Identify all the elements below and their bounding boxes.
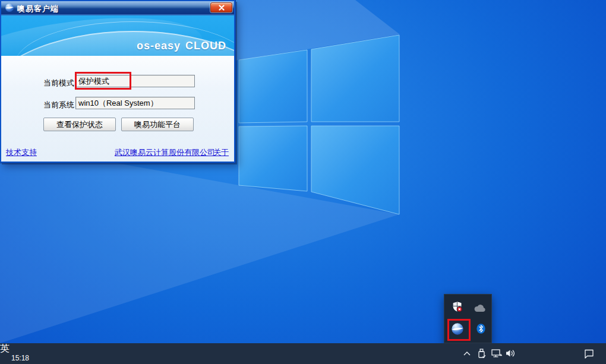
volume-button[interactable] [504, 347, 516, 359]
current-mode-label: 当前模式 [43, 78, 74, 88]
action-center-button[interactable] [583, 348, 595, 359]
windows-pane-top-right [311, 35, 399, 122]
windows-defender-tray-icon[interactable] [450, 300, 463, 313]
tech-support-link[interactable]: 技术支持 [6, 147, 37, 158]
window-titlebar[interactable]: 噢易客户端 [1, 1, 234, 14]
dialog-body: 当前模式 保护模式 当前系统 win10（Real System） 查看保护状态… [1, 56, 234, 162]
oseasy-app-icon [5, 3, 14, 12]
brand-logo-primary: os-easy [137, 40, 181, 52]
company-link[interactable]: 武汉噢易云计算股份有限公司 [115, 147, 215, 158]
onedrive-tray-icon[interactable] [474, 302, 487, 315]
clock[interactable]: 15:18 2023/3/8 [0, 354, 40, 364]
current-system-label: 当前系统 [43, 100, 74, 110]
usb-device-icon [476, 347, 488, 360]
clock-time: 15:18 [0, 354, 40, 363]
notification-bubble-icon [583, 348, 595, 359]
screen: 噢易客户端 os-easyCLOUD 当前模式 保护模式 当前系统 win10（… [0, 0, 606, 364]
network-icon [490, 347, 503, 359]
taskbar[interactable]: 英 15:18 2023/3/8 [0, 343, 606, 364]
about-link[interactable]: 关于 [213, 147, 229, 158]
windows-pane-top-left [239, 50, 307, 123]
oseasy-globe-icon [451, 322, 464, 336]
current-mode-field[interactable]: 保护模式 [75, 75, 195, 87]
brand-logo-secondary: CLOUD [185, 40, 226, 52]
view-protection-status-button[interactable]: 查看保护状态 [43, 118, 116, 131]
current-system-field[interactable]: win10（Real System） [75, 97, 195, 109]
show-hidden-icons-button[interactable] [462, 349, 472, 357]
brand-banner: os-easyCLOUD [1, 15, 234, 56]
defender-shield-icon [452, 301, 463, 312]
tray-overflow-flyout [444, 294, 492, 343]
close-button[interactable] [210, 2, 232, 12]
close-icon [219, 5, 225, 11]
network-status-button[interactable] [490, 347, 503, 359]
safely-remove-hardware-button[interactable] [476, 347, 488, 360]
windows-pane-bottom-left [239, 126, 307, 191]
speaker-icon [504, 347, 516, 359]
oseasy-platform-button[interactable]: 噢易功能平台 [121, 118, 194, 131]
oseasy-client-tray-icon[interactable] [451, 322, 464, 335]
window-title: 噢易客户端 [17, 4, 59, 14]
bluetooth-tray-icon[interactable] [474, 322, 487, 335]
brand-logo: os-easyCLOUD [137, 40, 226, 52]
cloud-icon [474, 304, 487, 312]
oseasy-client-window: 噢易客户端 os-easyCLOUD 当前模式 保护模式 当前系统 win10（… [0, 0, 235, 163]
bluetooth-icon [475, 322, 487, 335]
chevron-up-icon [462, 349, 472, 357]
